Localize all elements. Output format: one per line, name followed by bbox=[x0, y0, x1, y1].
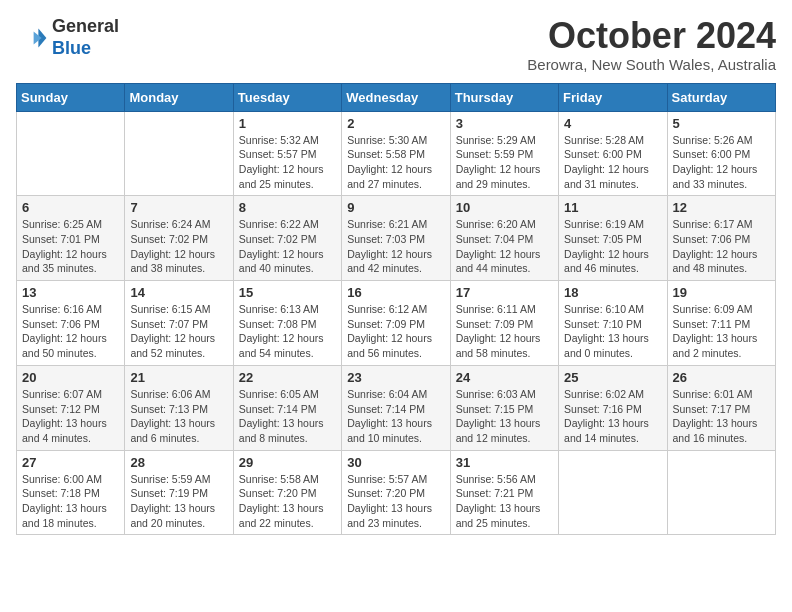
day-number: 6 bbox=[22, 200, 119, 215]
day-info: Sunrise: 5:28 AM Sunset: 6:00 PM Dayligh… bbox=[564, 133, 661, 192]
calendar-cell: 3Sunrise: 5:29 AM Sunset: 5:59 PM Daylig… bbox=[450, 111, 558, 196]
day-of-week-header: Sunday bbox=[17, 83, 125, 111]
calendar-cell: 5Sunrise: 5:26 AM Sunset: 6:00 PM Daylig… bbox=[667, 111, 775, 196]
day-number: 4 bbox=[564, 116, 661, 131]
calendar-cell: 27Sunrise: 6:00 AM Sunset: 7:18 PM Dayli… bbox=[17, 450, 125, 535]
day-info: Sunrise: 6:11 AM Sunset: 7:09 PM Dayligh… bbox=[456, 302, 553, 361]
day-info: Sunrise: 6:05 AM Sunset: 7:14 PM Dayligh… bbox=[239, 387, 336, 446]
day-number: 15 bbox=[239, 285, 336, 300]
day-info: Sunrise: 6:24 AM Sunset: 7:02 PM Dayligh… bbox=[130, 217, 227, 276]
day-number: 3 bbox=[456, 116, 553, 131]
calendar-cell: 16Sunrise: 6:12 AM Sunset: 7:09 PM Dayli… bbox=[342, 281, 450, 366]
day-info: Sunrise: 5:26 AM Sunset: 6:00 PM Dayligh… bbox=[673, 133, 770, 192]
calendar-cell: 18Sunrise: 6:10 AM Sunset: 7:10 PM Dayli… bbox=[559, 281, 667, 366]
calendar-cell: 6Sunrise: 6:25 AM Sunset: 7:01 PM Daylig… bbox=[17, 196, 125, 281]
logo: General Blue bbox=[16, 16, 119, 59]
calendar-cell: 20Sunrise: 6:07 AM Sunset: 7:12 PM Dayli… bbox=[17, 365, 125, 450]
day-info: Sunrise: 6:17 AM Sunset: 7:06 PM Dayligh… bbox=[673, 217, 770, 276]
calendar-cell: 21Sunrise: 6:06 AM Sunset: 7:13 PM Dayli… bbox=[125, 365, 233, 450]
day-info: Sunrise: 6:15 AM Sunset: 7:07 PM Dayligh… bbox=[130, 302, 227, 361]
calendar-cell: 17Sunrise: 6:11 AM Sunset: 7:09 PM Dayli… bbox=[450, 281, 558, 366]
calendar-cell: 14Sunrise: 6:15 AM Sunset: 7:07 PM Dayli… bbox=[125, 281, 233, 366]
calendar-cell: 19Sunrise: 6:09 AM Sunset: 7:11 PM Dayli… bbox=[667, 281, 775, 366]
title-block: October 2024 Berowra, New South Wales, A… bbox=[527, 16, 776, 73]
location: Berowra, New South Wales, Australia bbox=[527, 56, 776, 73]
day-info: Sunrise: 5:59 AM Sunset: 7:19 PM Dayligh… bbox=[130, 472, 227, 531]
calendar-cell bbox=[667, 450, 775, 535]
day-number: 22 bbox=[239, 370, 336, 385]
day-number: 11 bbox=[564, 200, 661, 215]
day-info: Sunrise: 5:30 AM Sunset: 5:58 PM Dayligh… bbox=[347, 133, 444, 192]
day-number: 23 bbox=[347, 370, 444, 385]
day-number: 16 bbox=[347, 285, 444, 300]
day-number: 30 bbox=[347, 455, 444, 470]
calendar-cell: 13Sunrise: 6:16 AM Sunset: 7:06 PM Dayli… bbox=[17, 281, 125, 366]
day-number: 9 bbox=[347, 200, 444, 215]
day-number: 8 bbox=[239, 200, 336, 215]
calendar-cell: 30Sunrise: 5:57 AM Sunset: 7:20 PM Dayli… bbox=[342, 450, 450, 535]
day-of-week-header: Saturday bbox=[667, 83, 775, 111]
day-info: Sunrise: 6:02 AM Sunset: 7:16 PM Dayligh… bbox=[564, 387, 661, 446]
day-number: 5 bbox=[673, 116, 770, 131]
day-number: 27 bbox=[22, 455, 119, 470]
day-info: Sunrise: 6:21 AM Sunset: 7:03 PM Dayligh… bbox=[347, 217, 444, 276]
calendar-cell: 12Sunrise: 6:17 AM Sunset: 7:06 PM Dayli… bbox=[667, 196, 775, 281]
calendar-cell: 2Sunrise: 5:30 AM Sunset: 5:58 PM Daylig… bbox=[342, 111, 450, 196]
calendar-cell bbox=[125, 111, 233, 196]
day-number: 13 bbox=[22, 285, 119, 300]
page-header: General Blue October 2024 Berowra, New S… bbox=[16, 16, 776, 73]
calendar-cell: 31Sunrise: 5:56 AM Sunset: 7:21 PM Dayli… bbox=[450, 450, 558, 535]
logo-blue-text: Blue bbox=[52, 38, 91, 58]
day-of-week-header: Friday bbox=[559, 83, 667, 111]
calendar-cell: 25Sunrise: 6:02 AM Sunset: 7:16 PM Dayli… bbox=[559, 365, 667, 450]
day-number: 26 bbox=[673, 370, 770, 385]
day-number: 29 bbox=[239, 455, 336, 470]
day-info: Sunrise: 6:01 AM Sunset: 7:17 PM Dayligh… bbox=[673, 387, 770, 446]
day-number: 2 bbox=[347, 116, 444, 131]
day-info: Sunrise: 6:13 AM Sunset: 7:08 PM Dayligh… bbox=[239, 302, 336, 361]
day-info: Sunrise: 6:12 AM Sunset: 7:09 PM Dayligh… bbox=[347, 302, 444, 361]
day-info: Sunrise: 6:06 AM Sunset: 7:13 PM Dayligh… bbox=[130, 387, 227, 446]
day-info: Sunrise: 6:16 AM Sunset: 7:06 PM Dayligh… bbox=[22, 302, 119, 361]
day-info: Sunrise: 6:22 AM Sunset: 7:02 PM Dayligh… bbox=[239, 217, 336, 276]
day-number: 1 bbox=[239, 116, 336, 131]
calendar-cell: 28Sunrise: 5:59 AM Sunset: 7:19 PM Dayli… bbox=[125, 450, 233, 535]
day-info: Sunrise: 6:25 AM Sunset: 7:01 PM Dayligh… bbox=[22, 217, 119, 276]
day-info: Sunrise: 5:29 AM Sunset: 5:59 PM Dayligh… bbox=[456, 133, 553, 192]
calendar-table: SundayMondayTuesdayWednesdayThursdayFrid… bbox=[16, 83, 776, 536]
day-number: 12 bbox=[673, 200, 770, 215]
day-number: 10 bbox=[456, 200, 553, 215]
calendar-cell: 22Sunrise: 6:05 AM Sunset: 7:14 PM Dayli… bbox=[233, 365, 341, 450]
month-title: October 2024 bbox=[527, 16, 776, 56]
calendar-cell bbox=[17, 111, 125, 196]
day-info: Sunrise: 6:20 AM Sunset: 7:04 PM Dayligh… bbox=[456, 217, 553, 276]
day-number: 19 bbox=[673, 285, 770, 300]
calendar-cell: 24Sunrise: 6:03 AM Sunset: 7:15 PM Dayli… bbox=[450, 365, 558, 450]
day-number: 14 bbox=[130, 285, 227, 300]
day-info: Sunrise: 6:03 AM Sunset: 7:15 PM Dayligh… bbox=[456, 387, 553, 446]
day-info: Sunrise: 6:10 AM Sunset: 7:10 PM Dayligh… bbox=[564, 302, 661, 361]
day-info: Sunrise: 5:58 AM Sunset: 7:20 PM Dayligh… bbox=[239, 472, 336, 531]
calendar-cell: 15Sunrise: 6:13 AM Sunset: 7:08 PM Dayli… bbox=[233, 281, 341, 366]
day-number: 21 bbox=[130, 370, 227, 385]
day-info: Sunrise: 6:19 AM Sunset: 7:05 PM Dayligh… bbox=[564, 217, 661, 276]
calendar-cell: 4Sunrise: 5:28 AM Sunset: 6:00 PM Daylig… bbox=[559, 111, 667, 196]
day-info: Sunrise: 5:32 AM Sunset: 5:57 PM Dayligh… bbox=[239, 133, 336, 192]
calendar-cell: 9Sunrise: 6:21 AM Sunset: 7:03 PM Daylig… bbox=[342, 196, 450, 281]
calendar-cell: 10Sunrise: 6:20 AM Sunset: 7:04 PM Dayli… bbox=[450, 196, 558, 281]
day-info: Sunrise: 6:04 AM Sunset: 7:14 PM Dayligh… bbox=[347, 387, 444, 446]
calendar-cell: 29Sunrise: 5:58 AM Sunset: 7:20 PM Dayli… bbox=[233, 450, 341, 535]
logo-text: General Blue bbox=[52, 16, 119, 59]
day-of-week-header: Wednesday bbox=[342, 83, 450, 111]
calendar-cell: 1Sunrise: 5:32 AM Sunset: 5:57 PM Daylig… bbox=[233, 111, 341, 196]
day-number: 25 bbox=[564, 370, 661, 385]
day-of-week-header: Tuesday bbox=[233, 83, 341, 111]
logo-general: General bbox=[52, 16, 119, 36]
day-of-week-header: Thursday bbox=[450, 83, 558, 111]
logo-icon bbox=[16, 22, 48, 54]
calendar-cell: 26Sunrise: 6:01 AM Sunset: 7:17 PM Dayli… bbox=[667, 365, 775, 450]
day-info: Sunrise: 6:09 AM Sunset: 7:11 PM Dayligh… bbox=[673, 302, 770, 361]
day-info: Sunrise: 5:56 AM Sunset: 7:21 PM Dayligh… bbox=[456, 472, 553, 531]
calendar-cell: 8Sunrise: 6:22 AM Sunset: 7:02 PM Daylig… bbox=[233, 196, 341, 281]
day-info: Sunrise: 6:07 AM Sunset: 7:12 PM Dayligh… bbox=[22, 387, 119, 446]
